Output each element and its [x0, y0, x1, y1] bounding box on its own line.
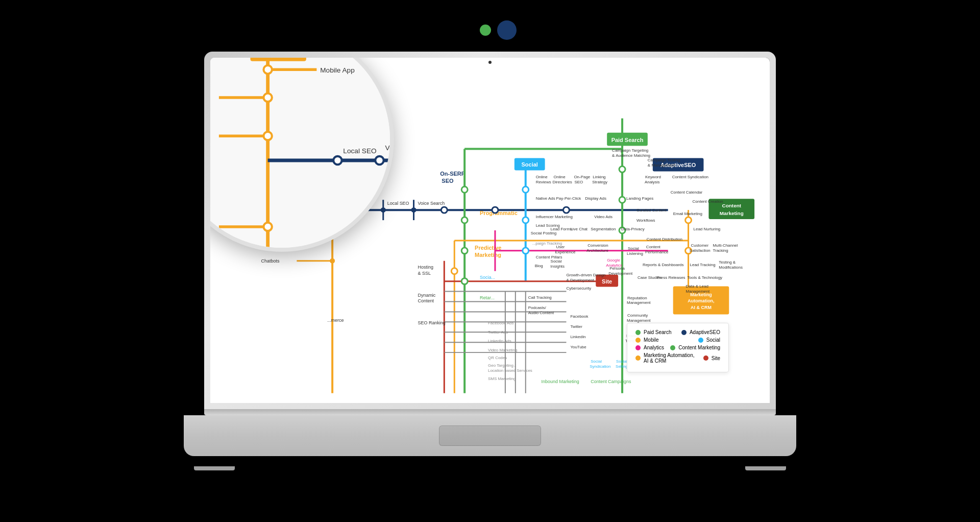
- legend-item-paid-search: Paid Search AdaptiveSEO: [635, 329, 720, 335]
- svg-text:Local SEO: Local SEO: [387, 201, 409, 206]
- svg-text:Socia...: Socia...: [480, 275, 495, 280]
- svg-text:Site: Site: [602, 278, 612, 284]
- svg-text:Segmentation: Segmentation: [591, 227, 616, 231]
- svg-text:...paign Tracking: ...paign Tracking: [532, 241, 562, 246]
- svg-point-192: [263, 93, 272, 102]
- svg-text:Live Chat: Live Chat: [570, 227, 587, 231]
- svg-text:Facebook: Facebook: [570, 314, 588, 319]
- svg-text:Testing &: Testing &: [719, 260, 736, 265]
- svg-text:Social: Social: [616, 359, 627, 364]
- svg-text:...merce: ...merce: [327, 318, 344, 323]
- svg-text:Social: Social: [591, 359, 602, 364]
- svg-point-68: [461, 248, 468, 254]
- svg-text:LinkedIn: LinkedIn: [570, 335, 585, 339]
- svg-text:Social: Social: [551, 259, 562, 264]
- svg-text:Local SEO: Local SEO: [343, 147, 376, 155]
- svg-text:YouTube: YouTube: [570, 345, 586, 349]
- svg-text:Online: Online: [554, 175, 566, 179]
- svg-text:Strategy: Strategy: [592, 180, 607, 184]
- svg-text:& Audience Matching: & Audience Matching: [612, 153, 650, 158]
- scene: Mobile Mobile App Augmented Reality: [0, 0, 980, 522]
- svg-text:Blog: Blog: [535, 264, 543, 268]
- legend-label-social: Social: [706, 337, 720, 343]
- svg-text:Landing Pages: Landing Pages: [626, 196, 653, 201]
- legend-item-marketing-auto: Marketing Automation, AI & CRM Site: [635, 352, 720, 364]
- legend-dot-paid-search: [635, 330, 641, 335]
- svg-text:Press Releases: Press Releases: [657, 275, 685, 280]
- svg-text:Retar...: Retar...: [480, 295, 495, 300]
- svg-text:Content Syndication: Content Syndication: [672, 175, 708, 179]
- svg-text:Reports & Dashboards: Reports & Dashboards: [643, 263, 684, 267]
- svg-text:Selling: Selling: [616, 364, 628, 369]
- svg-point-81: [563, 207, 569, 213]
- svg-text:Tools & Technology: Tools & Technology: [688, 275, 723, 280]
- svg-point-20: [381, 207, 386, 212]
- svg-text:Native Ads: Native Ads: [536, 196, 555, 201]
- legend-label-site: Site: [712, 355, 720, 361]
- svg-text:Reviews: Reviews: [536, 180, 551, 184]
- legend-dot-content-marketing: [670, 345, 675, 350]
- svg-text:Community: Community: [627, 313, 648, 318]
- legend-label-paid-search: Paid Search: [644, 329, 671, 335]
- svg-text:Management: Management: [686, 289, 710, 294]
- svg-text:& SSL: & SSL: [418, 271, 431, 276]
- svg-text:Mobile App: Mobile App: [320, 66, 355, 74]
- svg-text:Insights: Insights: [551, 264, 565, 269]
- svg-text:Syndication: Syndication: [590, 364, 610, 369]
- svg-point-203: [333, 156, 341, 164]
- svg-text:Marketing: Marketing: [720, 210, 744, 216]
- svg-text:Analysis: Analysis: [645, 180, 660, 184]
- svg-text:Predictive: Predictive: [475, 245, 501, 251]
- svg-text:Influencer Marketing: Influencer Marketing: [536, 215, 573, 219]
- svg-text:Online: Online: [536, 175, 548, 179]
- green-dot: [480, 25, 491, 36]
- svg-point-74: [523, 217, 529, 223]
- svg-text:Automation,: Automation,: [688, 298, 714, 303]
- svg-text:Curated Content: Curated Content: [636, 208, 667, 212]
- svg-text:Lead Forms: Lead Forms: [551, 227, 573, 231]
- svg-text:SEO Ranking: SEO Ranking: [418, 320, 446, 325]
- svg-text:Data-Privacy: Data-Privacy: [621, 227, 645, 231]
- blue-dot: [497, 20, 517, 40]
- svg-text:Listening: Listening: [627, 251, 643, 256]
- svg-text:Conversion: Conversion: [587, 243, 608, 248]
- svg-text:SMS Marketing: SMS Marketing: [488, 376, 516, 381]
- svg-rect-186: [250, 58, 306, 61]
- laptop-keyboard-area: [184, 415, 796, 456]
- svg-text:Experience: Experience: [555, 250, 576, 254]
- svg-text:Voice Search: Voice Search: [418, 201, 445, 206]
- camera: [488, 61, 492, 64]
- svg-text:Campaign Targeting: Campaign Targeting: [612, 148, 648, 153]
- svg-text:Content: Content: [418, 298, 434, 303]
- svg-text:Video Ads: Video Ads: [594, 215, 612, 219]
- svg-text:Marketing: Marketing: [475, 252, 501, 258]
- svg-text:SEO: SEO: [442, 178, 454, 184]
- svg-text:Management: Management: [627, 300, 651, 305]
- svg-text:Social Posting: Social Posting: [531, 231, 557, 235]
- svg-point-70: [619, 166, 625, 172]
- svg-point-73: [523, 186, 529, 193]
- legend-dot-adaptive-seo: [681, 330, 687, 335]
- svg-point-75: [523, 248, 529, 254]
- svg-text:& Management: & Management: [648, 163, 676, 168]
- legend-dot-social: [698, 338, 703, 343]
- svg-text:Performance: Performance: [645, 250, 669, 254]
- svg-text:AI & CRM: AI & CRM: [691, 305, 712, 310]
- svg-text:SEO: SEO: [574, 180, 583, 184]
- svg-text:Geo Targeting /: Geo Targeting /: [488, 363, 516, 368]
- legend-item-analytics: Analytics Content Marketing: [635, 345, 720, 350]
- laptop-foot-right: [745, 466, 786, 470]
- legend-label-adaptive-seo: AdaptiveSEO: [690, 329, 720, 335]
- svg-text:Growth-driven Design: Growth-driven Design: [566, 273, 605, 277]
- legend-box: Paid Search AdaptiveSEO Mobile Social: [627, 323, 729, 372]
- svg-text:Pay-Per-Click: Pay-Per-Click: [556, 196, 581, 201]
- laptop-base: [184, 409, 796, 470]
- dots-container: [480, 20, 517, 40]
- svg-text:Lead Tracking: Lead Tracking: [690, 263, 716, 267]
- svg-text:Reputation: Reputation: [627, 296, 647, 300]
- svg-text:Podcasts/: Podcasts/: [528, 305, 547, 310]
- svg-text:Paid Search: Paid Search: [611, 137, 644, 143]
- svg-text:Workflows: Workflows: [636, 218, 655, 223]
- svg-text:Social: Social: [522, 161, 538, 168]
- svg-text:Content Creation: Content Creation: [693, 199, 723, 204]
